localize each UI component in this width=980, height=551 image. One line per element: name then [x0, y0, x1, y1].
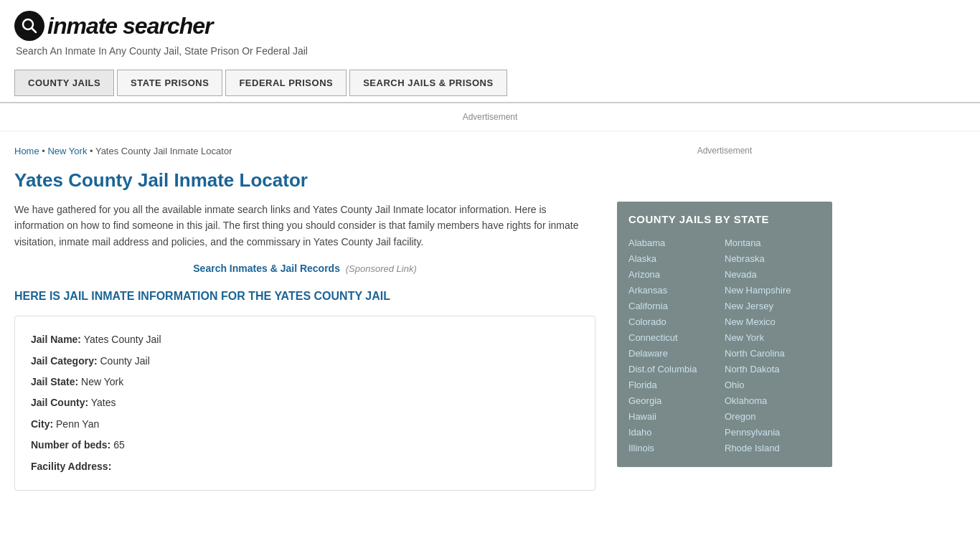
state-col-left: AlabamaAlaskaArizonaArkansasCaliforniaCo…	[628, 235, 725, 456]
jail-category-row: Jail Category: County Jail	[31, 351, 579, 372]
state-item[interactable]: Idaho	[628, 425, 725, 440]
nav-county-jails[interactable]: COUNTY JAILS	[14, 70, 114, 96]
breadcrumb-current: Yates County Jail Inmate Locator	[95, 146, 232, 156]
state-item[interactable]: Rhode Island	[725, 441, 821, 456]
logo-icon	[14, 11, 44, 41]
state-item[interactable]: California	[628, 298, 725, 314]
jail-state-row: Jail State: New York	[31, 372, 579, 392]
state-item[interactable]: Pennsylvania	[725, 425, 821, 440]
state-item[interactable]: New Jersey	[725, 298, 821, 314]
page-description: We have gathered for you all the availab…	[14, 202, 595, 250]
state-item[interactable]: Nevada	[725, 267, 821, 282]
state-item[interactable]: New Hampshire	[725, 283, 821, 298]
city-label: City:	[31, 418, 53, 430]
state-item[interactable]: Illinois	[628, 441, 725, 456]
state-item[interactable]: Arkansas	[628, 283, 725, 298]
jail-name-row: Jail Name: Yates County Jail	[31, 329, 579, 350]
ad-sidebar: Advertisement	[617, 146, 832, 189]
city-row: City: Penn Yan	[31, 414, 579, 435]
state-item[interactable]: Arizona	[628, 267, 725, 282]
jail-county-value: Yates	[91, 397, 116, 408]
state-columns: AlabamaAlaskaArizonaArkansasCaliforniaCo…	[628, 235, 821, 456]
state-col-right: MontanaNebraskaNevadaNew HampshireNew Je…	[725, 235, 821, 456]
state-item[interactable]: Dist.of Columbia	[628, 362, 725, 377]
state-item[interactable]: Colorado	[628, 314, 725, 329]
jail-county-label: Jail County:	[31, 397, 88, 408]
state-item[interactable]: Delaware	[628, 346, 725, 361]
info-card: Jail Name: Yates County Jail Jail Catego…	[14, 316, 595, 491]
logo-area: inmate searcher	[14, 11, 966, 41]
nav-federal-prisons[interactable]: FEDERAL PRISONS	[225, 70, 347, 96]
state-item[interactable]: Florida	[628, 377, 725, 392]
state-item[interactable]: New Mexico	[725, 314, 821, 329]
search-link-area: Search Inmates & Jail Records (Sponsored…	[14, 263, 595, 274]
nav-state-prisons[interactable]: STATE PRISONS	[117, 70, 222, 96]
breadcrumb-home[interactable]: Home	[14, 146, 39, 156]
state-item[interactable]: Hawaii	[628, 409, 725, 424]
beds-label: Number of beds:	[31, 439, 110, 451]
page-title: Yates County Jail Inmate Locator	[14, 169, 595, 192]
city-value: Penn Yan	[56, 418, 99, 430]
state-item[interactable]: Oklahoma	[725, 393, 821, 408]
jail-category-label: Jail Category:	[31, 355, 98, 367]
state-item[interactable]: North Carolina	[725, 346, 821, 361]
jail-county-row: Jail County: Yates	[31, 392, 579, 413]
beds-row: Number of beds: 65	[31, 435, 579, 456]
header: inmate searcher Search An Inmate In Any …	[0, 0, 980, 64]
jail-category-value: County Jail	[100, 355, 149, 367]
nav-bar: COUNTY JAILS STATE PRISONS FEDERAL PRISO…	[0, 64, 980, 103]
state-item[interactable]: Montana	[725, 235, 821, 250]
main-layout: Home • New York • Yates County Jail Inma…	[0, 138, 980, 491]
state-item[interactable]: North Dakota	[725, 362, 821, 377]
breadcrumb: Home • New York • Yates County Jail Inma…	[14, 146, 595, 156]
sidebar: Advertisement COUNTY JAILS BY STATE Alab…	[617, 138, 832, 491]
nav-search-jails[interactable]: SEARCH JAILS & PRISONS	[349, 70, 507, 96]
content-area: Home • New York • Yates County Jail Inma…	[14, 138, 595, 491]
sponsored-label: (Sponsored Link)	[346, 263, 417, 274]
state-item[interactable]: Nebraska	[725, 251, 821, 266]
jail-name-label: Jail Name:	[31, 334, 81, 345]
search-inmates-link[interactable]: Search Inmates & Jail Records	[193, 263, 340, 274]
ad-banner: Advertisement	[0, 103, 980, 131]
logo-text: inmate searcher	[47, 13, 212, 39]
state-item[interactable]: Georgia	[628, 393, 725, 408]
beds-value: 65	[113, 439, 125, 451]
jail-state-value: New York	[81, 376, 123, 387]
state-item[interactable]: Ohio	[725, 377, 821, 392]
state-box-title: COUNTY JAILS BY STATE	[628, 213, 821, 225]
tagline: Search An Inmate In Any County Jail, Sta…	[16, 45, 966, 57]
subheading: HERE IS JAIL INMATE INFORMATION FOR THE …	[14, 290, 595, 303]
breadcrumb-state[interactable]: New York	[47, 146, 87, 156]
address-row: Facility Address:	[31, 456, 579, 477]
address-label: Facility Address:	[31, 461, 111, 472]
state-item[interactable]: Alaska	[628, 251, 725, 266]
state-item[interactable]: Oregon	[725, 409, 821, 424]
state-item[interactable]: Connecticut	[628, 330, 725, 345]
jail-state-label: Jail State:	[31, 376, 78, 387]
state-item[interactable]: Alabama	[628, 235, 725, 250]
svg-line-1	[32, 29, 37, 33]
state-box: COUNTY JAILS BY STATE AlabamaAlaskaArizo…	[617, 202, 832, 467]
state-item[interactable]: New York	[725, 330, 821, 345]
